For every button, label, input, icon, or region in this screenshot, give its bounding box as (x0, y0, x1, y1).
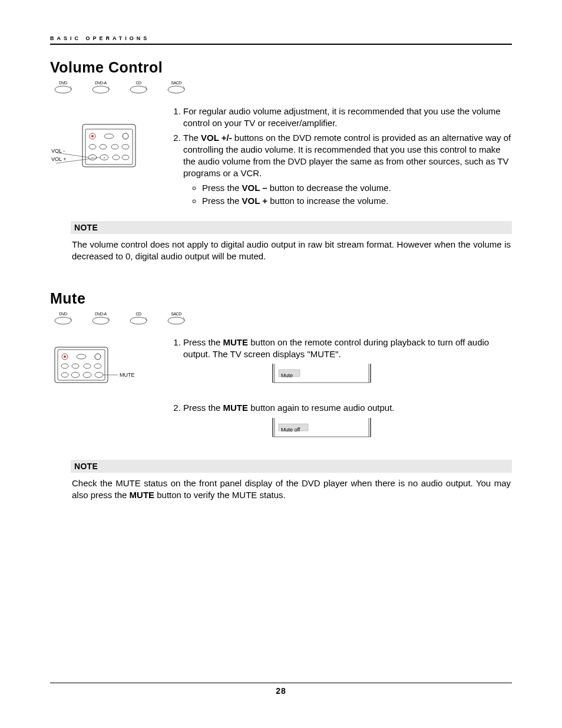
volume-instructions: For regular audio volume adjustment, it … (167, 106, 512, 207)
svg-point-34 (84, 364, 91, 368)
disc-label: SACD (171, 312, 181, 316)
disc-icon: DVD (52, 312, 74, 326)
osd-text: Mute off (281, 426, 381, 433)
svg-point-25 (168, 317, 184, 324)
note-box: NOTE Check the MUTE status on the front … (71, 460, 512, 502)
note-body: The volume control does not apply to dig… (71, 234, 512, 263)
svg-point-7 (91, 135, 94, 137)
disc-label: DVD (59, 312, 67, 316)
svg-point-35 (94, 364, 101, 368)
svg-point-22 (55, 317, 71, 324)
svg-point-0 (55, 86, 71, 93)
disc-label: SACD (171, 81, 181, 85)
note-heading: NOTE (71, 460, 512, 473)
svg-point-23 (92, 317, 109, 324)
note-box: NOTE The volume control does not apply t… (71, 221, 512, 263)
sub-list-item: Press the VOL – button to decrease the v… (202, 182, 512, 194)
callout-mute: MUTE (120, 372, 232, 378)
sub-list-item: Press the VOL + button to increase the v… (202, 195, 512, 207)
list-item: For regular audio volume adjustment, it … (183, 106, 512, 130)
note-body: Check the MUTE status on the front panel… (71, 473, 512, 502)
disc-label: CD (135, 81, 141, 85)
disc-label: DVD-A (95, 81, 106, 85)
osd-display: Mute off (272, 418, 372, 449)
manual-page: BASIC OPERATIONS Volume Control DVD DVD-… (0, 0, 562, 728)
callout-vol-minus: VOL - (51, 148, 163, 154)
svg-point-8 (104, 134, 114, 139)
disc-type-row: DVD DVD-A CD SACD (52, 312, 512, 326)
svg-point-39 (95, 372, 103, 377)
osd-display: Mute (272, 364, 372, 395)
section-title-volume: Volume Control (50, 59, 512, 76)
svg-point-31 (95, 354, 101, 360)
svg-rect-26 (55, 347, 108, 383)
callout-vol-plus: VOL + (51, 156, 163, 162)
breadcrumb: BASIC OPERATIONS (50, 35, 512, 45)
disc-icon: CD (128, 312, 149, 326)
list-item: Press the MUTE button on the remote cont… (183, 337, 512, 400)
disc-label: CD (135, 312, 141, 316)
svg-point-1 (92, 86, 109, 93)
remote-diagram-mute (50, 342, 162, 390)
disc-icon: SACD (166, 312, 187, 326)
page-number: 28 (0, 686, 562, 696)
disc-icon: SACD (166, 81, 187, 95)
svg-point-3 (168, 86, 184, 93)
svg-point-33 (72, 364, 79, 368)
remote-diagram-volume: − + (50, 111, 162, 182)
disc-icon: DVD (52, 81, 74, 95)
svg-point-32 (61, 364, 68, 368)
svg-point-36 (61, 373, 68, 377)
list-item: Press the MUTE button again to resume au… (183, 402, 512, 454)
svg-point-9 (123, 133, 128, 139)
mute-instructions: Press the MUTE button on the remote cont… (167, 337, 512, 454)
svg-point-24 (130, 317, 147, 324)
osd-text: Mute (281, 372, 381, 379)
section-title-mute: Mute (50, 290, 512, 307)
disc-label: DVD (59, 81, 67, 85)
disc-label: DVD-A (95, 312, 106, 316)
disc-icon: DVD-A (90, 81, 111, 95)
svg-point-38 (83, 372, 91, 377)
disc-type-row: DVD DVD-A CD SACD (52, 81, 512, 95)
disc-icon: CD (128, 81, 149, 95)
list-item: The VOL +/- buttons on the DVD remote co… (183, 132, 512, 207)
svg-point-37 (71, 372, 80, 377)
svg-point-2 (130, 86, 147, 93)
svg-point-29 (64, 355, 66, 358)
svg-point-30 (77, 354, 86, 359)
note-heading: NOTE (71, 221, 512, 234)
disc-icon: DVD-A (90, 312, 111, 326)
